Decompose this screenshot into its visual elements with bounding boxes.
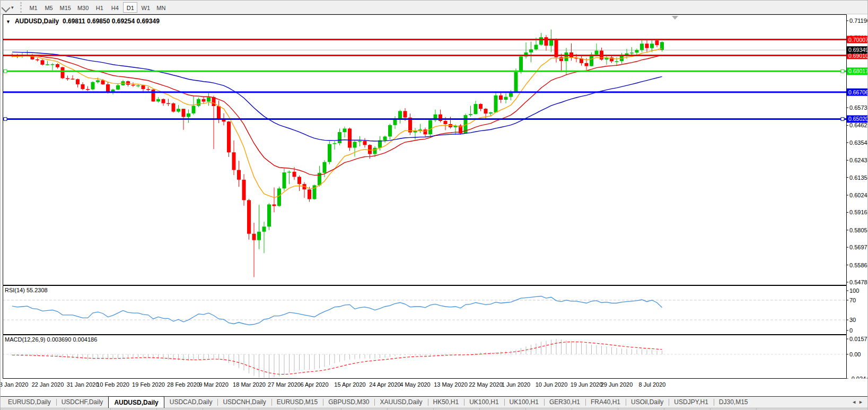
hline-price-badge: 0.66706 xyxy=(847,89,868,96)
hline-price-badge: 0.65020 xyxy=(847,115,868,123)
chart-tab-USOil-Daily[interactable]: USOil,Daily xyxy=(626,397,669,408)
macd-tick-label: 0.00 xyxy=(849,351,861,357)
svg-text:0.70007: 0.70007 xyxy=(848,37,868,43)
rsi-tick-label: 100 xyxy=(849,287,859,294)
timeframe-button-H4[interactable]: H4 xyxy=(108,2,122,13)
macd-tick-label: 0.015741 xyxy=(849,336,868,342)
date-tick-label: 9 Mar 2020 xyxy=(199,381,229,388)
chart-tab-XAUUSD-Daily[interactable]: XAUUSD,Daily xyxy=(374,397,427,408)
timeframe-button-M30[interactable]: M30 xyxy=(75,2,91,13)
macd-label: MACD(12,26,9) 0.003690 0.004186 xyxy=(5,336,97,343)
rsi-label: RSI(14) 55.2308 xyxy=(5,287,48,293)
macd-panel[interactable]: 0.0157410.00-0.02441 MACD(12,26,9) 0.003… xyxy=(1,335,868,379)
chart-tab-USDJPY-H1[interactable]: USDJPY,H1 xyxy=(669,397,713,408)
rsi-tick-label: 30 xyxy=(849,317,856,323)
hline-price-badge: 0.70007 xyxy=(847,36,868,43)
timeframe-button-M1[interactable]: M1 xyxy=(27,2,41,13)
price-tick-label: 0.63540 xyxy=(849,139,868,146)
tab-scroll-left-icon[interactable]: ◄ xyxy=(852,399,858,405)
date-tick-label: 8 Jul 2020 xyxy=(639,381,666,388)
toolbar: ▾ M1M5M15M30H1H4D1W1MN xyxy=(1,1,868,14)
rsi-tick-label: 70 xyxy=(849,297,856,303)
price-tick-label: 0.58050 xyxy=(849,227,868,233)
chart-tab-FRA40-H1[interactable]: FRA40,H1 xyxy=(585,397,626,408)
chart-tab-GBPUSD-M30[interactable]: GBPUSD,M30 xyxy=(323,397,374,408)
date-tick-label: 19 Feb 2020 xyxy=(132,381,165,388)
status-strip xyxy=(1,408,868,410)
tab-scroll-right-icon[interactable]: ► xyxy=(858,399,865,405)
price-tick-label: 0.62430 xyxy=(849,157,868,163)
time-axis[interactable]: 13 Jan 202022 Jan 202031 Jan 202010 Feb … xyxy=(1,379,868,396)
date-tick-label: 1 Jun 2020 xyxy=(502,381,530,388)
date-tick-label: 27 Mar 2020 xyxy=(268,381,301,388)
rsi-tick-label: 0 xyxy=(849,327,853,334)
mt4-window: ▾ M1M5M15M30H1H4D1W1MN 0.711900.701100.6… xyxy=(0,0,868,410)
chart-tab-USDCAD-Daily[interactable]: USDCAD,Daily xyxy=(164,397,218,408)
timeframe-button-group: M1M5M15M30H1H4D1W1MN xyxy=(26,2,169,13)
current-price-badge: 0.69349 xyxy=(847,46,868,54)
timeframe-button-H1[interactable]: H1 xyxy=(92,2,107,13)
price-tick-label: 0.59160 xyxy=(849,209,868,215)
hline-price-badge: 0.68017 xyxy=(847,67,868,75)
date-tick-label: 13 May 2020 xyxy=(434,381,468,388)
chart-tool-icon[interactable] xyxy=(2,3,10,12)
price-tick-label: 0.54780 xyxy=(849,279,868,285)
svg-text:0.65020: 0.65020 xyxy=(848,116,868,122)
rsi-canvas[interactable]: 10070300 xyxy=(1,285,868,335)
timeframe-button-M15[interactable]: M15 xyxy=(57,2,74,13)
chart-tab-USDCNH-Daily[interactable]: USDCNH,Daily xyxy=(217,397,271,408)
price-chart-canvas[interactable]: 0.711900.701100.690000.679200.668100.657… xyxy=(1,14,868,285)
chart-tab-UK100-H1[interactable]: UK100,H1 xyxy=(464,397,504,408)
chart-tab-GER30-H1[interactable]: GER30,H1 xyxy=(544,397,585,408)
hline-handle[interactable] xyxy=(841,117,844,120)
date-tick-label: 22 May 2020 xyxy=(469,381,503,388)
svg-text:0.66706: 0.66706 xyxy=(848,89,868,95)
chart-symbol: AUDUSD,Daily xyxy=(15,18,59,25)
dropdown-caret-icon[interactable]: ▾ xyxy=(10,5,17,10)
timeframe-button-M5[interactable]: M5 xyxy=(42,2,56,13)
date-tick-label: 28 Feb 2020 xyxy=(167,381,200,388)
date-tick-label: 18 Mar 2020 xyxy=(233,381,266,388)
macd-background xyxy=(1,335,868,379)
date-tick-label: 10 Feb 2020 xyxy=(97,381,129,388)
price-tick-label: 0.55860 xyxy=(849,262,868,268)
hline-handle[interactable] xyxy=(841,69,844,73)
macd-canvas[interactable]: 0.0157410.00-0.02441 xyxy=(1,335,868,380)
chart-ohlc: 0.69811 0.69850 0.69254 0.69349 xyxy=(63,18,160,25)
hline-handle[interactable] xyxy=(4,117,7,120)
hline-handle[interactable] xyxy=(4,69,7,73)
chart-tab-HK50-H1[interactable]: HK50,H1 xyxy=(428,397,464,408)
price-tick-label: 0.60240 xyxy=(849,192,868,198)
chart-tab-bar: EURUSD,DailyUSDCHF,DailyAUDUSD,DailyUSDC… xyxy=(1,396,868,408)
price-tick-label: 0.61350 xyxy=(849,175,868,181)
price-tick-label: 0.65730 xyxy=(849,104,868,111)
chart-title: ▼AUDUSD,Daily 0.69811 0.69850 0.69254 0.… xyxy=(6,18,160,25)
price-tick-label: 0.71190 xyxy=(849,18,868,24)
timeframe-button-D1[interactable]: D1 xyxy=(123,2,137,13)
date-tick-label: 19 Jun 2020 xyxy=(571,381,603,388)
svg-text:0.69349: 0.69349 xyxy=(848,47,868,53)
timeframe-button-MN[interactable]: MN xyxy=(154,2,168,13)
date-tick-label: 13 Jan 2020 xyxy=(0,381,28,388)
date-tick-label: 4 May 2020 xyxy=(400,381,430,388)
date-tick-label: 24 Apr 2020 xyxy=(369,381,400,388)
collapse-arrow-icon[interactable]: ▼ xyxy=(6,19,11,24)
chart-tab-DJ30-M15[interactable]: DJ30,M15 xyxy=(714,397,753,408)
chart-tab-EURUSD-Daily[interactable]: EURUSD,Daily xyxy=(3,397,56,408)
price-chart-panel[interactable]: 0.711900.701100.690000.679200.668100.657… xyxy=(1,14,868,285)
svg-text:0.68017: 0.68017 xyxy=(848,68,868,74)
date-tick-label: 6 Apr 2020 xyxy=(300,381,328,388)
chart-tab-EURUSD-M15[interactable]: EURUSD,M15 xyxy=(271,397,323,408)
toolbar-drag-handle[interactable] xyxy=(20,2,23,13)
chart-tab-USDCHF-Daily[interactable]: USDCHF,Daily xyxy=(56,397,109,408)
date-tick-label: 22 Jan 2020 xyxy=(32,381,64,388)
price-tick-label: 0.64620 xyxy=(849,122,868,128)
chart-tab-UK100-H1[interactable]: UK100,H1 xyxy=(504,397,544,408)
date-tick-label: 15 Apr 2020 xyxy=(334,381,365,388)
timeframe-button-W1[interactable]: W1 xyxy=(138,2,153,13)
date-tick-label: 29 Jun 2020 xyxy=(601,381,633,388)
price-tick-label: 0.56970 xyxy=(849,244,868,250)
chart-tab-AUDUSD-Daily[interactable]: AUDUSD,Daily xyxy=(108,396,164,408)
rsi-background xyxy=(1,285,868,335)
rsi-panel[interactable]: 10070300 RSI(14) 55.2308 xyxy=(1,285,868,335)
